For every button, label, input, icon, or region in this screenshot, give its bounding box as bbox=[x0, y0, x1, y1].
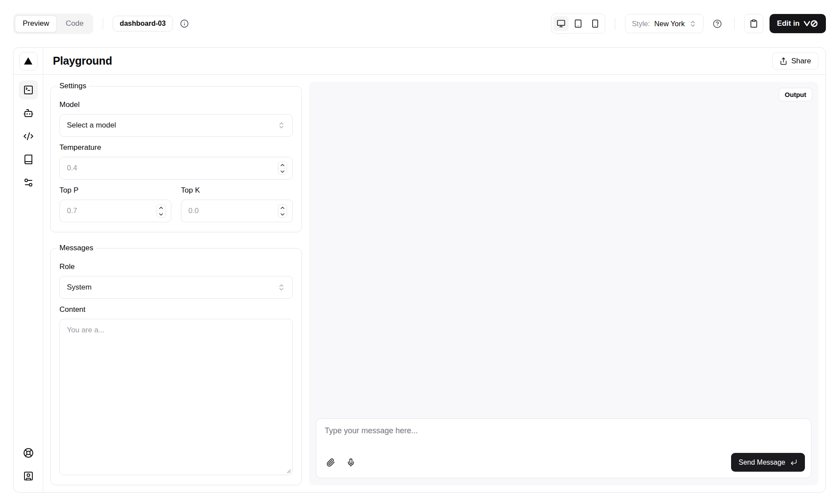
sidebar-nav bbox=[14, 75, 43, 492]
use-microphone-button[interactable] bbox=[342, 453, 360, 472]
mic-icon bbox=[347, 458, 355, 467]
role-label: Role bbox=[59, 262, 293, 271]
messages-fieldset: Messages Role System Content bbox=[50, 244, 302, 485]
sidebar-item-account[interactable] bbox=[19, 466, 38, 486]
model-select-value: Select a model bbox=[67, 121, 277, 130]
life-buoy-icon bbox=[23, 448, 34, 458]
model-label: Model bbox=[59, 100, 293, 109]
style-select-label: Style: bbox=[632, 20, 650, 28]
smartphone-icon bbox=[591, 19, 600, 28]
top-p-input[interactable] bbox=[59, 200, 171, 222]
settings-legend: Settings bbox=[57, 82, 89, 90]
tab-preview[interactable]: Preview bbox=[15, 15, 57, 32]
device-preview-toggle bbox=[551, 14, 605, 34]
book-icon bbox=[23, 154, 34, 165]
send-message-button[interactable]: Send Message bbox=[731, 453, 805, 472]
chat-toolbar: Send Message bbox=[316, 449, 811, 478]
tablet-icon bbox=[574, 19, 582, 28]
message-input[interactable] bbox=[316, 419, 811, 449]
square-user-icon bbox=[23, 471, 34, 481]
triangle-logo-icon bbox=[23, 56, 33, 66]
attach-file-button[interactable] bbox=[322, 453, 340, 472]
view-mode-tabs: Preview Code bbox=[13, 14, 93, 34]
mobile-view-button[interactable] bbox=[588, 16, 603, 31]
settings-sliders-icon bbox=[23, 177, 34, 188]
top-k-input[interactable] bbox=[181, 200, 293, 222]
paperclip-icon bbox=[326, 458, 335, 467]
help-icon[interactable] bbox=[710, 16, 725, 31]
corner-down-left-icon bbox=[790, 459, 797, 466]
divider bbox=[103, 18, 103, 29]
clipboard-icon bbox=[749, 19, 758, 28]
top-p-stepper[interactable] bbox=[156, 204, 166, 218]
send-message-label: Send Message bbox=[738, 459, 785, 466]
output-badge: Output bbox=[779, 88, 812, 101]
code-icon bbox=[23, 131, 34, 142]
block-name-badge: dashboard-03 bbox=[113, 16, 173, 31]
tab-code[interactable]: Code bbox=[58, 15, 91, 32]
app: Preview Code dashboard-03 bbox=[0, 0, 839, 504]
desktop-view-button[interactable] bbox=[554, 16, 569, 31]
sidebar-item-playground[interactable] bbox=[19, 80, 38, 100]
messages-legend: Messages bbox=[57, 244, 96, 252]
sidebar-item-api[interactable] bbox=[19, 127, 38, 146]
edit-in-v0-button[interactable]: Edit in bbox=[770, 14, 826, 33]
top-k-stepper[interactable] bbox=[278, 204, 287, 218]
toolbar: Preview Code dashboard-03 bbox=[0, 0, 839, 47]
top-p-label: Top P bbox=[59, 186, 171, 195]
content-label: Content bbox=[59, 305, 293, 314]
temperature-input[interactable] bbox=[59, 157, 293, 180]
sidebar-item-documentation[interactable] bbox=[19, 150, 38, 169]
app-header: Playground Share bbox=[14, 48, 825, 75]
sidebar-item-models[interactable] bbox=[19, 104, 38, 123]
share-button[interactable]: Share bbox=[772, 52, 818, 69]
chat-form: Send Message bbox=[316, 418, 811, 478]
temperature-stepper[interactable] bbox=[278, 162, 287, 175]
v0-logo-icon bbox=[804, 20, 818, 28]
style-select[interactable]: Style: New York bbox=[625, 14, 704, 33]
chevrons-up-down-icon bbox=[277, 283, 285, 291]
square-terminal-icon bbox=[23, 85, 34, 95]
temperature-label: Temperature bbox=[59, 143, 293, 152]
role-select-value: System bbox=[67, 283, 277, 292]
settings-fieldset: Settings Model Select a model Temperatur… bbox=[50, 82, 302, 232]
home-logo-button[interactable] bbox=[19, 52, 38, 70]
info-icon[interactable] bbox=[177, 16, 192, 31]
edit-in-v0-label: Edit in bbox=[777, 19, 800, 28]
share-icon bbox=[780, 57, 787, 65]
divider bbox=[615, 18, 615, 29]
page-title: Playground bbox=[53, 55, 112, 67]
top-k-label: Top K bbox=[181, 186, 293, 195]
main-content: Settings Model Select a model Temperatur… bbox=[43, 75, 825, 492]
bot-icon bbox=[23, 108, 34, 118]
sidebar-item-help[interactable] bbox=[19, 443, 38, 463]
tablet-view-button[interactable] bbox=[571, 16, 586, 31]
sidebar-item-settings[interactable] bbox=[19, 173, 38, 192]
preview-frame: Playground Share bbox=[13, 47, 826, 493]
chevrons-up-down-icon bbox=[277, 121, 285, 129]
monitor-icon bbox=[557, 19, 565, 28]
chevrons-up-down-icon bbox=[689, 20, 697, 28]
copy-code-button[interactable] bbox=[744, 14, 763, 33]
divider bbox=[734, 18, 735, 29]
settings-column: Settings Model Select a model Temperatur… bbox=[50, 82, 302, 485]
model-select[interactable]: Select a model bbox=[59, 114, 293, 137]
logo-cell bbox=[14, 48, 43, 74]
output-panel: Output bbox=[309, 82, 818, 485]
content-textarea[interactable] bbox=[59, 319, 293, 475]
role-select[interactable]: System bbox=[59, 276, 293, 299]
style-select-value: New York bbox=[654, 20, 685, 28]
share-label: Share bbox=[791, 57, 811, 66]
